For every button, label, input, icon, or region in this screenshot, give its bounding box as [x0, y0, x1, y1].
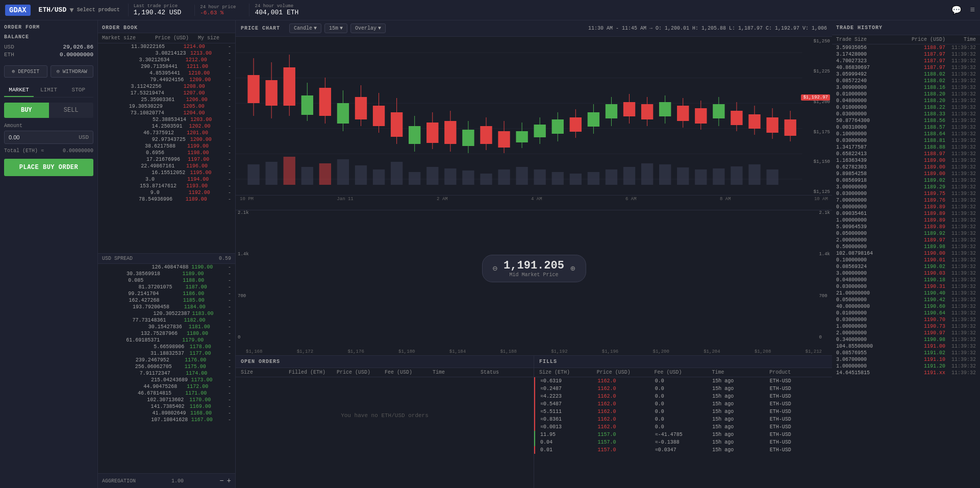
order-book-ask-row[interactable]: 0.6956 1198.00 - [98, 150, 235, 156]
svg-rect-16 [426, 167, 438, 185]
svg-rect-49 [355, 97, 367, 119]
order-book-ask-row[interactable]: 92.97343725 1200.00 - [98, 136, 235, 143]
trade-history-row: 0.01000000 1188.20 11:39:32 [832, 91, 980, 97]
order-type-tabs: MARKET LIMIT STOP [4, 84, 93, 97]
order-book-ask-row[interactable]: 16.15512052 1195.00 - [98, 169, 235, 176]
price-label-1250: $1,250 [814, 39, 830, 44]
place-buy-button[interactable]: PLACE BUY ORDER [4, 159, 93, 176]
svg-rect-69 [534, 125, 546, 137]
order-book-ask-row[interactable]: 290.71358441 1211.00 - [98, 63, 235, 70]
agg-plus-button[interactable]: + [227, 477, 231, 485]
order-book-bid-row[interactable]: 77.73148361 1182.00 - [98, 317, 235, 324]
trade-history-row: 0.05000000 1190.42 11:39:32 [832, 297, 980, 303]
trade-history-row: 102.08798164 1190.00 11:39:32 [832, 250, 980, 257]
fills-col-time: Time [712, 370, 769, 375]
fills-row: ≈0.0013 1162.0 0.0 15h ago ETH-USD [534, 423, 832, 431]
trade-history-row: 0.08572240 1188.02 11:39:32 [832, 78, 980, 84]
svg-rect-81 [641, 104, 653, 119]
order-book-ask-row[interactable]: 22.49867161 1196.00 - [98, 163, 235, 169]
order-book-ask-row[interactable]: 17.21676996 1197.00 - [98, 156, 235, 163]
order-book-bid-row[interactable]: 30.15427836 1181.00 - [98, 324, 235, 330]
order-book-ask-row[interactable]: 3.08214123 1213.00 - [98, 50, 235, 57]
svg-rect-18 [462, 170, 474, 185]
depth-x-1204: $1,204 [703, 349, 720, 354]
order-book-ask-row[interactable]: 3.11242256 1208.00 - [98, 83, 235, 90]
order-book-ask-row[interactable]: 9.0 1192.00 - [98, 189, 235, 196]
zoom-out-button[interactable]: ⊖ [492, 263, 497, 274]
trade-history-row: 9.89854258 1189.00 11:39:32 [832, 170, 980, 177]
order-book-ask-row[interactable]: 3.0 1194.00 - [98, 176, 235, 183]
svg-rect-7 [265, 162, 277, 185]
order-book-bid-row[interactable]: 44.90475268 1172.00 - [98, 383, 235, 390]
order-book-ask-row[interactable]: 52.38853414 1203.00 - [98, 116, 235, 123]
oo-col-filled: Filled (ETH) [289, 370, 337, 375]
order-book-ask-row[interactable]: 38.6217588 1199.00 - [98, 143, 235, 150]
total-label: Total (ETH) ≈ [4, 148, 44, 154]
trade-history-row: 1.00000000 1190.73 11:39:32 [832, 323, 980, 330]
order-book-bid-row[interactable]: 141.7385402 1169.00 - [98, 403, 235, 410]
agg-minus-button[interactable]: − [219, 477, 223, 485]
timeframe-selector[interactable]: 15m ▼ [324, 23, 347, 33]
order-book-bid-row[interactable]: 102.30713602 1170.00 - [98, 397, 235, 403]
menu-icon[interactable]: ≡ [970, 6, 975, 15]
order-book-bid-row[interactable]: 30.38569918 1189.00 - [98, 271, 235, 277]
order-book-ask-row[interactable]: 78.54936996 1189.00 - [98, 196, 235, 203]
buy-tab[interactable]: BUY [4, 103, 49, 118]
svg-rect-97 [784, 119, 796, 136]
chat-icon[interactable]: 💬 [951, 5, 962, 15]
order-book-ask-row[interactable]: 4.85395441 1210.00 - [98, 70, 235, 77]
candle-selector[interactable]: Candle ▼ [289, 23, 321, 33]
order-book-bid-row[interactable]: 31.18832537 1177.00 - [98, 350, 235, 357]
order-book-ask-row[interactable]: 14.2503591 1202.00 - [98, 123, 235, 130]
withdraw-button[interactable]: ⊖ WITHDRAW [51, 65, 94, 78]
order-book-ask-row[interactable]: 17.53219474 1207.00 - [98, 90, 235, 96]
order-book-bid-row[interactable]: 46.67814815 1171.00 - [98, 390, 235, 397]
order-book-bid-row[interactable]: 215.04243689 1173.00 - [98, 377, 235, 383]
overlay-selector[interactable]: Overlay ▼ [350, 23, 386, 33]
order-book-bid-row[interactable]: 61.69185371 1179.00 - [98, 337, 235, 344]
svg-rect-26 [606, 169, 617, 185]
order-book-ask-row[interactable]: 11.30222165 1214.00 - [98, 43, 235, 50]
order-book-ask-row[interactable]: 19.30530229 1205.00 - [98, 103, 235, 110]
order-book-bid-row[interactable]: 120.30522387 1183.00 - [98, 310, 235, 317]
amount-input[interactable]: USD [4, 131, 93, 144]
order-book-ask-row[interactable]: 25.35903361 1206.00 - [98, 96, 235, 103]
order-book-ask-row[interactable]: 73.10820774 1204.00 - [98, 110, 235, 116]
order-book-header: ORDER BOOK [98, 20, 235, 33]
svg-rect-19 [480, 174, 492, 185]
x-label-6am: 6 AM [625, 197, 637, 202]
order-book-bid-row[interactable]: 5.66598906 1178.00 - [98, 344, 235, 350]
order-book-bid-row[interactable]: 132.75287966 1180.00 - [98, 330, 235, 337]
trade-history-row: 0.08569918 1189.02 11:39:32 [832, 177, 980, 184]
order-book-bid-row[interactable]: 81.37201075 1187.00 - [98, 284, 235, 290]
order-book-bid-row[interactable]: 239.2467952 1176.00 - [98, 357, 235, 363]
depth-label-700-left: 700 [238, 294, 249, 299]
order-book-bid-row[interactable]: 256.06062705 1175.00 - [98, 363, 235, 370]
order-book-bid-row[interactable]: 7.91172347 1174.00 - [98, 370, 235, 377]
order-book-bid-row[interactable]: 107.10841628 1167.00 - [98, 417, 235, 423]
order-book-ask-row[interactable]: 153.87147612 1193.00 - [98, 183, 235, 189]
zoom-in-button[interactable]: ⊕ [570, 263, 575, 274]
amount-field[interactable] [9, 134, 57, 140]
sell-tab[interactable]: SELL [49, 103, 94, 118]
order-book-bid-row[interactable]: 193.79200458 1184.00 - [98, 304, 235, 310]
tab-limit[interactable]: LIMIT [34, 84, 63, 97]
trade-history-row: 2.00000000 1190.97 11:39:32 [832, 330, 980, 336]
trade-history-row: 3.00000000 1190.03 11:39:32 [832, 270, 980, 277]
order-book-bid-row[interactable]: 162.427268 1185.00 - [98, 297, 235, 304]
order-book-bid-row[interactable]: 126.40847488 1190.00 - [98, 264, 235, 271]
deposit-button[interactable]: ⊕ DEPOSIT [4, 65, 47, 78]
pair-selector[interactable]: ETH/USD ▼ Select product [39, 6, 120, 14]
order-book-bid-row[interactable]: 99.2141704 1186.00 - [98, 290, 235, 297]
order-book-ask-row[interactable]: 46.7375912 1201.00 - [98, 130, 235, 136]
fills-header: FILLS [534, 356, 832, 368]
tab-market[interactable]: MARKET [4, 84, 34, 97]
fills-row: ≈0.2487 1162.0 0.0 15h ago ETH-USD [534, 385, 832, 393]
depth-label-0-left: 0 [238, 335, 249, 340]
svg-rect-33 [731, 166, 742, 185]
order-book-bid-row[interactable]: 0.085 1188.00 - [98, 277, 235, 284]
order-book-ask-row[interactable]: 79.44924156 1209.00 - [98, 77, 235, 83]
order-book-bid-row[interactable]: 41.89802649 1168.00 - [98, 410, 235, 417]
tab-stop[interactable]: STOP [64, 84, 93, 97]
order-book-ask-row[interactable]: 3.30212634 1212.00 - [98, 57, 235, 63]
